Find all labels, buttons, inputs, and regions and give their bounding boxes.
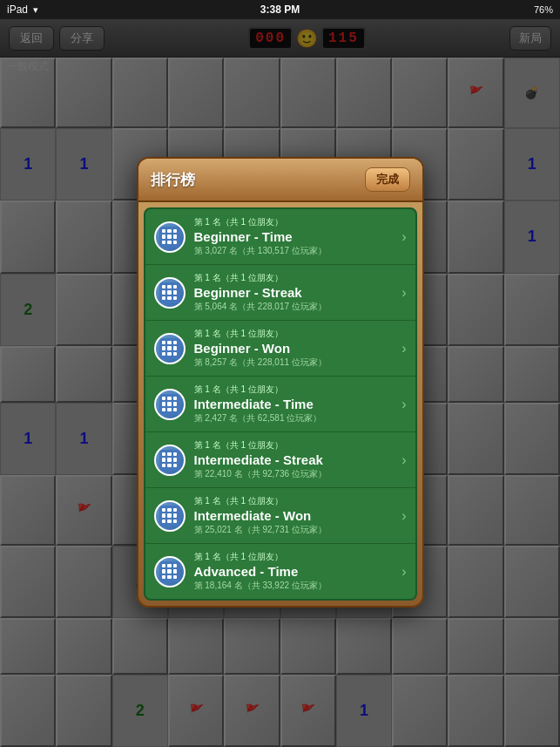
leaderboard-item[interactable]: 第 1 名（共 1 位朋友） Intermediate - Won 第 25,0… bbox=[145, 488, 415, 544]
lb-dot bbox=[167, 464, 172, 468]
lb-rank: 第 1 名（共 1 位朋友） bbox=[194, 216, 397, 228]
lb-icon-grid bbox=[159, 394, 180, 415]
lb-dot bbox=[162, 241, 166, 245]
lb-dot bbox=[167, 346, 172, 350]
lb-dot bbox=[167, 520, 172, 524]
status-bar: iPad ▾ 3:38 PM 76% bbox=[0, 0, 560, 19]
lb-dot bbox=[173, 234, 178, 239]
lb-dot bbox=[162, 352, 166, 357]
lb-dot bbox=[173, 520, 178, 524]
lb-dot bbox=[162, 464, 166, 468]
lb-dot bbox=[173, 569, 178, 574]
lb-dot bbox=[167, 508, 172, 513]
lb-rank: 第 1 名（共 1 位朋友） bbox=[194, 384, 397, 396]
lb-icon-grid bbox=[159, 561, 180, 582]
lb-dot bbox=[167, 408, 172, 412]
lb-sub: 第 3,027 名（共 130,517 位玩家） bbox=[194, 245, 397, 257]
wifi-icon: ▾ bbox=[33, 4, 38, 16]
lb-icon-grid bbox=[159, 338, 180, 359]
lb-dot bbox=[173, 397, 178, 401]
lb-dot bbox=[167, 290, 172, 295]
lb-dot bbox=[167, 341, 172, 345]
chevron-right-icon: › bbox=[401, 452, 406, 468]
lb-icon-grid bbox=[159, 227, 180, 248]
lb-dot bbox=[167, 564, 172, 568]
lb-dot bbox=[173, 346, 178, 350]
lb-icon bbox=[154, 389, 186, 420]
lb-dot bbox=[162, 397, 166, 401]
lb-dot bbox=[173, 296, 178, 301]
lb-name: Advanced - Time bbox=[194, 564, 397, 579]
leaderboard-item[interactable]: 第 1 名（共 1 位朋友） Intermediate - Streak 第 2… bbox=[145, 432, 415, 488]
leaderboard-item[interactable]: 第 1 名（共 1 位朋友） Advanced - Time 第 18,164 … bbox=[145, 544, 415, 599]
lb-sub: 第 18,164 名（共 33,922 位玩家） bbox=[194, 580, 397, 592]
lb-dot bbox=[173, 458, 178, 462]
lb-icon bbox=[154, 277, 186, 309]
lb-dot bbox=[173, 285, 178, 289]
lb-dot bbox=[173, 513, 178, 518]
lb-dot bbox=[167, 397, 172, 401]
lb-text: 第 1 名（共 1 位朋友） Intermediate - Time 第 2,4… bbox=[194, 384, 397, 424]
lb-dot bbox=[162, 296, 166, 301]
lb-name: Intermediate - Streak bbox=[194, 452, 397, 467]
lb-text: 第 1 名（共 1 位朋友） Intermediate - Won 第 25,0… bbox=[194, 495, 397, 536]
lb-dot bbox=[162, 458, 166, 462]
lb-dot bbox=[162, 290, 166, 295]
lb-dot bbox=[167, 575, 172, 580]
lb-dot bbox=[162, 285, 166, 289]
lb-icon bbox=[154, 333, 186, 364]
done-button[interactable]: 完成 bbox=[365, 167, 410, 192]
lb-dot bbox=[173, 464, 178, 468]
leaderboard-content: 第 1 名（共 1 位朋友） Beginner - Time 第 3,027 名… bbox=[144, 207, 417, 601]
lb-name: Beginner - Won bbox=[194, 341, 397, 356]
lb-text: 第 1 名（共 1 位朋友） Intermediate - Streak 第 2… bbox=[194, 439, 397, 480]
lb-dot bbox=[162, 402, 166, 406]
lb-dot bbox=[167, 229, 172, 234]
lb-dot bbox=[167, 513, 172, 518]
lb-dot bbox=[173, 352, 178, 357]
lb-sub: 第 8,257 名（共 228,011 位玩家） bbox=[194, 357, 397, 369]
lb-dot bbox=[162, 575, 166, 580]
modal-overlay: 排行榜 完成 第 1 名（共 1 位朋友） Beginner - Time 第 … bbox=[0, 0, 560, 747]
chevron-right-icon: › bbox=[401, 285, 406, 301]
lb-dot bbox=[162, 346, 166, 350]
lb-dot bbox=[173, 290, 178, 295]
lb-name: Beginner - Streak bbox=[194, 285, 397, 300]
lb-dot bbox=[162, 564, 166, 568]
lb-text: 第 1 名（共 1 位朋友） Beginner - Streak 第 5,064… bbox=[194, 272, 397, 313]
leaderboard-title: 排行榜 bbox=[151, 170, 195, 190]
lb-icon-grid bbox=[159, 506, 180, 526]
lb-dot bbox=[173, 241, 178, 245]
lb-dot bbox=[162, 569, 166, 574]
lb-text: 第 1 名（共 1 位朋友） Advanced - Time 第 18,164 … bbox=[194, 551, 397, 592]
lb-dot bbox=[162, 229, 166, 234]
chevron-right-icon: › bbox=[401, 397, 406, 412]
lb-rank: 第 1 名（共 1 位朋友） bbox=[194, 439, 397, 452]
leaderboard-item[interactable]: 第 1 名（共 1 位朋友） Beginner - Time 第 3,027 名… bbox=[145, 209, 415, 265]
lb-icon bbox=[154, 500, 186, 532]
leaderboard-item[interactable]: 第 1 名（共 1 位朋友） Intermediate - Time 第 2,4… bbox=[145, 377, 415, 432]
lb-dot bbox=[173, 341, 178, 345]
lb-dot bbox=[173, 402, 178, 406]
status-left: iPad ▾ bbox=[7, 3, 38, 16]
status-time: 3:38 PM bbox=[260, 3, 300, 16]
lb-icon bbox=[154, 556, 186, 587]
lb-icon-grid bbox=[159, 450, 180, 471]
chevron-right-icon: › bbox=[401, 229, 406, 245]
leaderboard-item[interactable]: 第 1 名（共 1 位朋友） Beginner - Won 第 8,257 名（… bbox=[145, 321, 415, 377]
lb-dot bbox=[167, 352, 172, 357]
lb-icon bbox=[154, 221, 186, 253]
lb-name: Intermediate - Won bbox=[194, 508, 397, 523]
lb-dot bbox=[167, 452, 172, 457]
lb-name: Intermediate - Time bbox=[194, 397, 397, 411]
lb-rank: 第 1 名（共 1 位朋友） bbox=[194, 272, 397, 284]
lb-dot bbox=[167, 241, 172, 245]
chevron-right-icon: › bbox=[401, 564, 406, 580]
lb-dot bbox=[162, 508, 166, 513]
leaderboard-item[interactable]: 第 1 名（共 1 位朋友） Beginner - Streak 第 5,064… bbox=[145, 265, 415, 321]
lb-dot bbox=[167, 569, 172, 574]
lb-sub: 第 2,427 名（共 62,581 位玩家） bbox=[194, 412, 397, 424]
carrier-label: iPad bbox=[7, 3, 28, 16]
lb-dot bbox=[167, 458, 172, 462]
leaderboard-header: 排行榜 完成 bbox=[138, 159, 422, 202]
